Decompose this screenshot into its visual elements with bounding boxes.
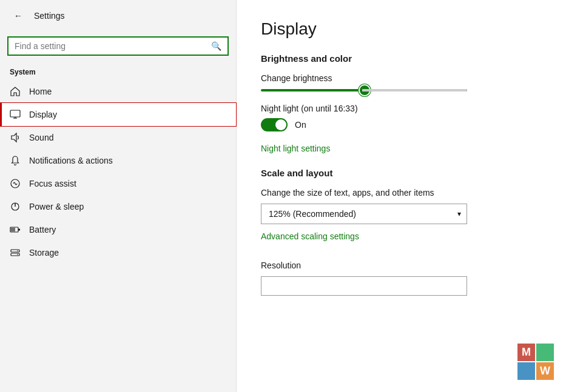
system-section-label: System xyxy=(0,64,236,80)
scale-dropdown-wrap: 100% 125% (Recommended) 150% 175% ▾ xyxy=(261,204,467,224)
power-icon xyxy=(10,201,21,212)
wm-w: W xyxy=(536,362,554,380)
home-label: Home xyxy=(29,87,52,96)
sidebar: ← Settings 🔍 System Home Display xyxy=(0,0,237,392)
toggle-on-label: On xyxy=(295,120,306,130)
search-box: 🔍 xyxy=(7,36,229,56)
advanced-scaling-link[interactable]: Advanced scaling settings xyxy=(261,231,359,241)
battery-label: Battery xyxy=(29,225,56,234)
wm-bottom-left xyxy=(517,362,535,380)
back-button[interactable]: ← xyxy=(10,7,27,24)
night-light-section: Night light (on until 16:33) On xyxy=(261,104,542,131)
focus-label: Focus assist xyxy=(29,179,76,188)
night-light-toggle[interactable] xyxy=(261,118,288,131)
svg-point-12 xyxy=(17,250,18,251)
size-label: Change the size of text, apps, and other… xyxy=(261,188,542,198)
page-title: Display xyxy=(261,19,542,39)
search-icon: 🔍 xyxy=(211,41,221,51)
search-input[interactable] xyxy=(15,41,206,51)
brightness-slider-track[interactable] xyxy=(261,89,467,91)
toggle-knob xyxy=(275,119,286,130)
storage-label: Storage xyxy=(29,248,59,257)
scale-dropdown[interactable]: 100% 125% (Recommended) 150% 175% xyxy=(261,204,467,224)
brightness-section-heading: Brightness and color xyxy=(261,53,542,64)
titlebar: ← Settings xyxy=(0,0,236,32)
night-light-settings-link[interactable]: Night light settings xyxy=(261,144,330,153)
sidebar-item-sound[interactable]: Sound xyxy=(0,126,236,149)
svg-rect-8 xyxy=(18,229,20,231)
scale-section-heading: Scale and layout xyxy=(261,168,542,178)
focus-icon xyxy=(10,178,21,189)
svg-rect-0 xyxy=(10,110,20,117)
storage-icon xyxy=(10,247,21,258)
svg-marker-3 xyxy=(12,133,16,142)
wm-m: M xyxy=(517,344,535,361)
night-light-toggle-row: On xyxy=(261,118,542,131)
brightness-control: Change brightness xyxy=(261,73,542,91)
svg-rect-11 xyxy=(11,253,19,256)
main-content: Display Brightness and color Change brig… xyxy=(237,0,566,392)
svg-rect-9 xyxy=(11,228,15,231)
sidebar-item-battery[interactable]: Battery xyxy=(0,218,236,241)
svg-rect-10 xyxy=(11,250,19,252)
battery-icon xyxy=(10,224,21,235)
svg-point-13 xyxy=(17,254,18,255)
sidebar-item-display[interactable]: Display xyxy=(0,103,236,126)
sidebar-item-notifications[interactable]: Notifications & actions xyxy=(0,149,236,172)
sidebar-item-power[interactable]: Power & sleep xyxy=(0,195,236,218)
notifications-label: Notifications & actions xyxy=(29,156,113,165)
app-title: Settings xyxy=(34,11,65,21)
sidebar-item-focus[interactable]: Focus assist xyxy=(0,172,236,195)
display-label: Display xyxy=(29,110,57,119)
home-icon xyxy=(10,86,21,97)
scale-section: Scale and layout Change the size of text… xyxy=(261,168,542,296)
notifications-icon xyxy=(10,155,21,166)
sound-label: Sound xyxy=(29,133,53,142)
display-icon xyxy=(10,109,21,120)
power-label: Power & sleep xyxy=(29,202,84,211)
sidebar-item-storage[interactable]: Storage xyxy=(0,241,236,264)
brightness-slider-right xyxy=(362,89,467,91)
sidebar-item-home[interactable]: Home xyxy=(0,80,236,103)
back-icon: ← xyxy=(14,11,22,21)
night-light-label: Night light (on until 16:33) xyxy=(261,104,542,113)
sound-icon xyxy=(10,132,21,143)
resolution-input-bar[interactable] xyxy=(261,276,467,296)
brightness-label: Change brightness xyxy=(261,73,542,83)
watermark: M W xyxy=(517,344,554,380)
resolution-label: Resolution xyxy=(261,261,542,270)
wm-top-right xyxy=(536,344,554,361)
resolution-section: Resolution xyxy=(261,261,542,296)
